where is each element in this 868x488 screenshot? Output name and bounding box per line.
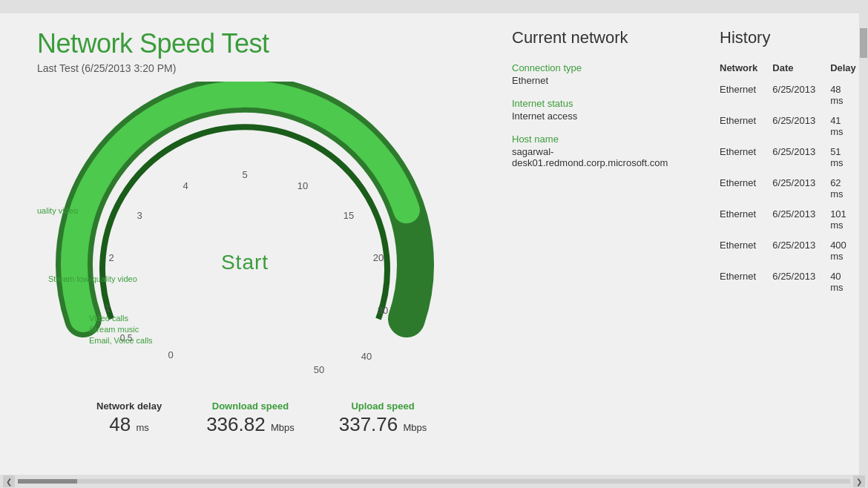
history-date-1: 6/25/2013 <box>772 111 830 142</box>
table-row: Ethernet6/25/201348 ms <box>720 79 868 111</box>
svg-text:Stream high-quality video: Stream high-quality video <box>37 206 78 215</box>
svg-text:20: 20 <box>373 252 384 263</box>
scroll-right-arrow[interactable]: ❯ <box>853 475 865 487</box>
history-network-6: Ethernet <box>720 266 772 297</box>
table-row: Ethernet6/25/201341 ms <box>720 111 868 142</box>
upload-speed-metric: Upload speed 337.76 Mbps <box>339 400 427 436</box>
svg-text:Email, Voice calls: Email, Voice calls <box>89 336 153 345</box>
svg-text:4: 4 <box>183 180 188 191</box>
svg-text:30: 30 <box>378 305 388 316</box>
col-network: Network <box>720 62 772 79</box>
svg-text:Video calls: Video calls <box>89 314 128 323</box>
download-speed-metric: Download speed 336.82 Mbps <box>206 400 295 436</box>
history-date-0: 6/25/2013 <box>772 79 830 111</box>
svg-text:Stream low-quality video: Stream low-quality video <box>48 274 137 283</box>
gauge-svg: 0 0.5 1 2 3 4 5 10 15 20 30 <box>37 82 453 378</box>
table-row: Ethernet6/25/2013101 ms <box>720 204 868 235</box>
left-section: Network Speed Test Last Test (6/25/2013 … <box>37 28 497 467</box>
upload-speed-label: Upload speed <box>351 400 414 412</box>
download-speed-label: Download speed <box>212 400 289 412</box>
scrollbar-right[interactable] <box>859 13 868 475</box>
internet-status-value: Internet access <box>512 111 690 122</box>
app-title: Network Speed Test <box>37 28 497 59</box>
table-row: Ethernet6/25/201362 ms <box>720 173 868 204</box>
right-section: Current network Connection type Ethernet… <box>497 28 849 467</box>
history-title: History <box>720 28 868 47</box>
table-row: Ethernet6/25/201340 ms <box>720 266 868 297</box>
history-date-6: 6/25/2013 <box>772 266 830 297</box>
upload-speed-value: 337.76 Mbps <box>339 413 427 436</box>
svg-text:2: 2 <box>108 252 114 263</box>
history-network-3: Ethernet <box>720 173 772 204</box>
table-row: Ethernet6/25/201351 ms <box>720 142 868 173</box>
svg-text:3: 3 <box>137 210 142 221</box>
connection-type-value: Ethernet <box>512 75 690 86</box>
svg-text:Stream music: Stream music <box>89 325 139 334</box>
svg-text:5: 5 <box>242 169 247 180</box>
internet-status-label: Internet status <box>512 98 690 109</box>
history-date-5: 6/25/2013 <box>772 235 830 266</box>
history-date-4: 6/25/2013 <box>772 204 830 235</box>
history-network-2: Ethernet <box>720 142 772 173</box>
svg-text:10: 10 <box>297 180 308 191</box>
start-label[interactable]: Start <box>221 251 269 274</box>
col-date: Date <box>772 62 830 79</box>
svg-text:1: 1 <box>105 303 110 314</box>
svg-text:0: 0 <box>168 349 173 360</box>
history-network-1: Ethernet <box>720 111 772 142</box>
history-network-4: Ethernet <box>720 204 772 235</box>
connection-type-label: Connection type <box>512 62 690 73</box>
download-speed-value: 336.82 Mbps <box>206 413 295 436</box>
scrollbar-bottom[interactable]: ❮ ❯ <box>0 475 868 488</box>
host-name-label: Host name <box>512 133 690 145</box>
scroll-thumb[interactable] <box>860 28 867 58</box>
gauge-container: 0 0.5 1 2 3 4 5 10 15 20 30 <box>37 82 453 393</box>
host-name-field: Host name sagarwal-desk01.redmond.corp.m… <box>512 133 690 168</box>
last-test-label: Last Test (6/25/2013 3:20 PM) <box>37 62 497 74</box>
history-network-0: Ethernet <box>720 79 772 111</box>
svg-text:15: 15 <box>343 210 354 221</box>
host-name-value: sagarwal-desk01.redmond.corp.microsoft.c… <box>512 146 690 168</box>
scrollbar-top[interactable] <box>0 0 868 13</box>
metrics-row: Network delay 48 ms Download speed 336.8… <box>96 400 497 436</box>
scroll-left-arrow[interactable]: ❮ <box>3 475 15 487</box>
current-network-panel: Current network Connection type Ethernet… <box>512 28 690 467</box>
history-date-3: 6/25/2013 <box>772 173 830 204</box>
history-network-5: Ethernet <box>720 235 772 266</box>
svg-text:50: 50 <box>314 364 324 375</box>
network-delay-value: 48 ms <box>109 413 149 436</box>
history-date-2: 6/25/2013 <box>772 142 830 173</box>
history-panel: History Network Date Delay Ethernet6/25/… <box>720 28 868 467</box>
table-row: Ethernet6/25/2013400 ms <box>720 235 868 266</box>
network-delay-metric: Network delay 48 ms <box>96 400 162 436</box>
current-network-title: Current network <box>512 28 690 47</box>
history-table: Network Date Delay Ethernet6/25/201348 m… <box>720 62 868 297</box>
connection-type-field: Connection type Ethernet <box>512 62 690 86</box>
internet-status-field: Internet status Internet access <box>512 98 690 122</box>
svg-text:40: 40 <box>361 351 372 362</box>
network-delay-label: Network delay <box>96 400 162 412</box>
